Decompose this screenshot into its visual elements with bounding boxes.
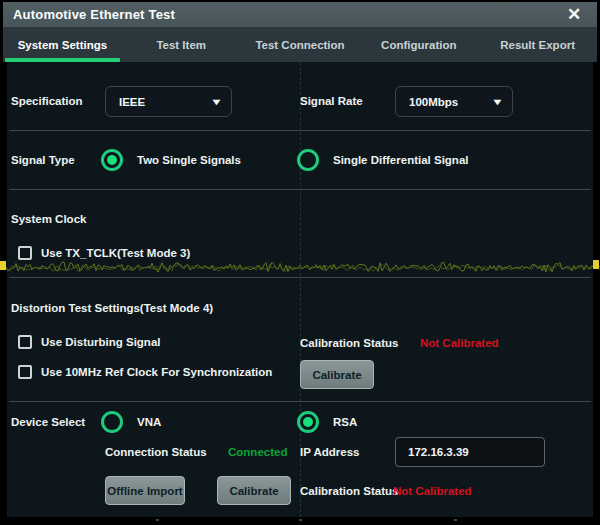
radio-icon	[101, 149, 123, 171]
divider	[9, 401, 591, 402]
graticule-tick	[454, 519, 457, 521]
tab-system-settings[interactable]: System Settings	[3, 27, 122, 62]
graticule-tick	[156, 519, 159, 521]
tab-test-connection[interactable]: Test Connection	[241, 27, 360, 62]
checkbox-icon	[18, 335, 32, 349]
tab-label: System Settings	[18, 39, 107, 51]
divider	[9, 189, 591, 190]
distortion-title: Distortion Test Settings(Test Mode 4)	[11, 302, 213, 314]
signal-rate-label: Signal Rate	[300, 95, 363, 107]
radio-vna[interactable]: VNA	[101, 411, 161, 433]
radio-two-single-signals[interactable]: Two Single Signals	[101, 149, 241, 171]
checkbox-label: Use Disturbing Signal	[41, 336, 161, 348]
specification-label: Specification	[11, 95, 83, 107]
title-bar: Automotive Ethernet Test ✕	[3, 2, 597, 27]
radio-label: VNA	[137, 416, 161, 428]
trigger-marker-right-icon	[593, 260, 599, 269]
channel-marker-left-icon	[0, 261, 6, 270]
automotive-ethernet-test-dialog: Automotive Ethernet Test ✕ System Settin…	[0, 0, 600, 525]
device-select-label: Device Select	[11, 416, 85, 428]
tab-bar: System Settings Test Item Test Connectio…	[3, 27, 597, 62]
radio-label: Single Differential Signal	[333, 154, 468, 166]
ip-address-label: IP Address	[300, 446, 359, 458]
checkbox-use-disturbing-signal[interactable]: Use Disturbing Signal	[18, 335, 161, 349]
distortion-cal-status-label: Calibration Status	[300, 337, 398, 349]
system-clock-title: System Clock	[11, 213, 86, 225]
device-cal-status-value: Not Calibrated	[393, 485, 472, 497]
chevron-down-icon: ▼	[210, 97, 223, 107]
tab-configuration[interactable]: Configuration	[359, 27, 478, 62]
tab-label: Result Export	[500, 39, 575, 51]
scope-noise-waveform	[0, 256, 600, 278]
radio-single-differential-signal[interactable]: Single Differential Signal	[297, 149, 468, 171]
radio-icon	[297, 411, 319, 433]
signal-rate-dropdown[interactable]: 100Mbps ▼	[395, 86, 513, 117]
graticule-tick	[299, 519, 302, 521]
ip-address-input[interactable]	[395, 437, 545, 467]
tab-label: Configuration	[381, 39, 456, 51]
tab-result-export[interactable]: Result Export	[478, 27, 597, 62]
close-icon[interactable]: ✕	[561, 4, 587, 26]
connection-status-value: Connected	[228, 446, 287, 458]
divider	[9, 277, 591, 278]
distortion-cal-status-value: Not Calibrated	[420, 337, 499, 349]
tab-test-item[interactable]: Test Item	[122, 27, 241, 62]
divider	[9, 130, 591, 131]
distortion-calibrate-button[interactable]: Calibrate	[300, 360, 374, 389]
radio-icon	[101, 411, 123, 433]
tab-label: Test Connection	[255, 39, 344, 51]
device-cal-status-label: Calibration Status	[300, 485, 398, 497]
signal-rate-value: 100Mbps	[409, 96, 485, 108]
radio-label: RSA	[333, 416, 357, 428]
connection-status-label: Connection Status	[105, 446, 207, 458]
checkbox-label: Use 10MHz Ref Clock For Synchronization	[41, 366, 272, 378]
radio-icon	[297, 149, 319, 171]
radio-rsa[interactable]: RSA	[297, 411, 357, 433]
offline-import-button[interactable]: Offline Import	[105, 476, 185, 505]
checkbox-icon	[18, 365, 32, 379]
tab-label: Test Item	[156, 39, 206, 51]
device-calibrate-button[interactable]: Calibrate	[217, 476, 291, 505]
checkbox-use-10mhz-ref-clock[interactable]: Use 10MHz Ref Clock For Synchronization	[18, 365, 272, 379]
chevron-down-icon: ▼	[491, 97, 504, 107]
system-settings-panel: Specification IEEE ▼ Signal Rate 100Mbps…	[7, 62, 593, 517]
specification-dropdown[interactable]: IEEE ▼	[105, 86, 232, 117]
signal-type-label: Signal Type	[11, 154, 75, 166]
specification-value: IEEE	[119, 96, 204, 108]
radio-label: Two Single Signals	[137, 154, 241, 166]
window-title: Automotive Ethernet Test	[13, 7, 175, 22]
